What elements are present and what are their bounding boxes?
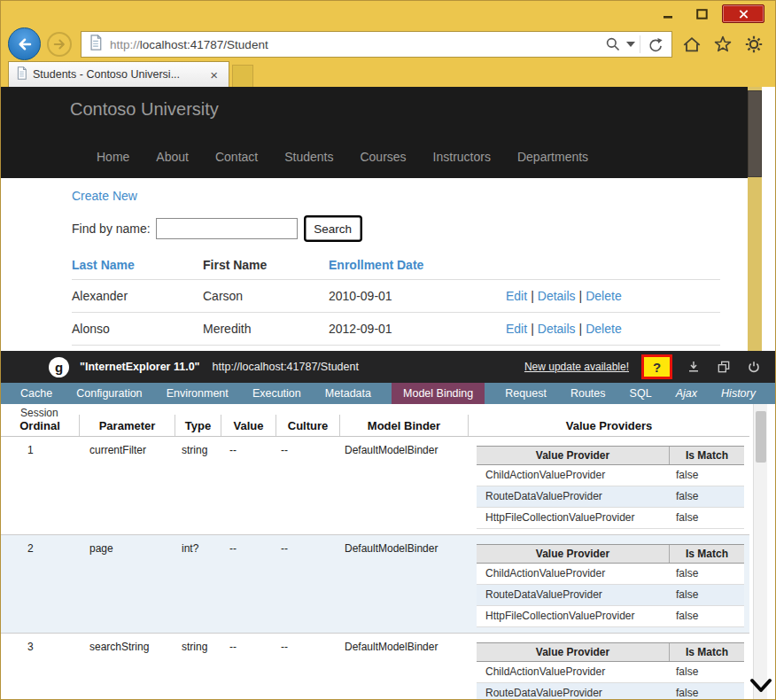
scroll-down-chevron-icon[interactable] xyxy=(749,676,773,696)
nav-contact[interactable]: Contact xyxy=(215,150,258,164)
window-titlebar xyxy=(1,1,775,27)
cell-culture: -- xyxy=(275,437,339,534)
maximize-button[interactable] xyxy=(688,4,715,23)
students-content: Create New Find by name: Search Last Nam… xyxy=(1,178,749,351)
power-icon[interactable] xyxy=(745,358,763,376)
search-icon[interactable] xyxy=(601,33,625,56)
address-bar-divider xyxy=(640,35,640,53)
popout-icon[interactable] xyxy=(715,358,733,376)
site-brand[interactable]: Contoso University xyxy=(70,99,219,120)
toolbar-icons xyxy=(680,33,764,55)
value-providers-table: Value Provider Is Match ChildActionValue… xyxy=(477,446,744,529)
dock-icon[interactable] xyxy=(685,358,702,376)
cell-value: -- xyxy=(221,535,275,633)
nav-instructors[interactable]: Instructors xyxy=(433,150,491,164)
glimpse-logo[interactable]: g xyxy=(49,357,69,377)
help-button-highlighted[interactable]: ? xyxy=(641,354,672,379)
cell-parameter: page xyxy=(79,535,175,633)
settings-gear-icon[interactable] xyxy=(742,33,764,55)
search-name-input[interactable] xyxy=(156,218,298,239)
vp-header-name: Value Provider xyxy=(477,447,669,464)
page-icon xyxy=(89,35,103,54)
create-new-link[interactable]: Create New xyxy=(72,189,137,203)
glimpse-tab-sql[interactable]: SQL xyxy=(626,383,656,404)
glimpse-tab-request[interactable]: Request xyxy=(501,383,550,404)
glimpse-scrollbar-thumb[interactable] xyxy=(756,411,766,463)
nav-departments[interactable]: Departments xyxy=(517,150,588,164)
value-provider-header: Value Provider Is Match xyxy=(477,544,744,564)
refresh-icon[interactable] xyxy=(643,33,666,56)
students-table: Last Name First Name Enrollment Date Ale… xyxy=(72,251,720,346)
cell-value: -- xyxy=(221,634,275,699)
cell-culture: -- xyxy=(275,535,339,633)
minimize-button[interactable] xyxy=(655,4,681,23)
page-scrollbar-thumb[interactable] xyxy=(748,90,762,177)
vp-name: RouteDataValueProvider xyxy=(477,585,669,605)
tab-title: Students - Contoso Universi... xyxy=(33,68,206,81)
tab-strip: Students - Contoso Universi... × xyxy=(1,61,775,87)
tab-close-icon[interactable]: × xyxy=(206,66,221,83)
edit-link[interactable]: Edit xyxy=(506,322,527,336)
home-icon[interactable] xyxy=(680,33,702,55)
value-provider-row: HttpFileCollectionValueProvider false xyxy=(477,508,744,529)
details-link[interactable]: Details xyxy=(538,289,576,303)
header-value: Value xyxy=(221,415,275,436)
nav-courses[interactable]: Courses xyxy=(360,150,406,164)
glimpse-tab-session[interactable]: Session xyxy=(20,407,58,419)
vp-is-match: false xyxy=(669,564,744,584)
vp-is-match: false xyxy=(669,662,744,682)
glimpse-tab-model-binding[interactable]: Model Binding xyxy=(392,383,485,404)
value-providers-table: Value Provider Is Match ChildActionValue… xyxy=(477,544,744,627)
favorites-star-icon[interactable] xyxy=(711,33,733,55)
nav-about[interactable]: About xyxy=(156,150,189,164)
vp-name: ChildActionValueProvider xyxy=(477,662,669,682)
sort-enrollment-date-link[interactable]: Enrollment Date xyxy=(329,258,423,272)
window-controls xyxy=(655,4,764,23)
vp-is-match: false xyxy=(669,683,744,699)
forward-button[interactable] xyxy=(47,32,72,57)
browser-window: http://localhost:41787/Student xyxy=(0,0,776,700)
glimpse-tab-ajax[interactable]: Ajax xyxy=(672,383,701,404)
glimpse-header-actions: New update available! ? xyxy=(524,354,763,379)
close-button[interactable] xyxy=(722,4,764,23)
site-header: Contoso University Home About Contact St… xyxy=(1,87,749,178)
glimpse-tab-environment[interactable]: Environment xyxy=(163,383,232,404)
glimpse-tab-metadata[interactable]: Metadata xyxy=(322,383,375,404)
sort-last-name-link[interactable]: Last Name xyxy=(72,258,135,272)
edit-link[interactable]: Edit xyxy=(506,289,527,303)
page-scrollbar[interactable] xyxy=(748,87,762,351)
address-bar[interactable]: http://localhost:41787/Student xyxy=(81,31,672,58)
model-binding-header-row: Ordinal Parameter Type Value Culture Mod… xyxy=(1,415,749,437)
cell-parameter: searchString xyxy=(79,634,175,699)
glimpse-panel: g "InternetExplorer 11.0" http://localho… xyxy=(1,351,775,699)
student-row: Alonso Meredith 2012-09-01 Edit|Details|… xyxy=(72,313,720,346)
cell-ordinal: 3 xyxy=(1,634,79,699)
student-last-name: Alonso xyxy=(72,313,203,346)
site-nav: Home About Contact Students Courses Inst… xyxy=(97,150,588,164)
glimpse-tab-execution[interactable]: Execution xyxy=(249,383,305,404)
delete-link[interactable]: Delete xyxy=(586,289,621,303)
update-available-link[interactable]: New update available! xyxy=(524,361,629,373)
glimpse-request-url: http://localhost:41787/Student xyxy=(213,361,359,373)
details-link[interactable]: Details xyxy=(538,322,576,336)
nav-students[interactable]: Students xyxy=(284,150,333,164)
glimpse-tab-cache[interactable]: Cache xyxy=(17,383,56,404)
vp-name: ChildActionValueProvider xyxy=(477,564,669,584)
cell-ordinal: 1 xyxy=(1,437,79,534)
glimpse-tab-history[interactable]: History xyxy=(718,383,759,404)
value-provider-header: Value Provider Is Match xyxy=(477,446,744,465)
value-provider-row: ChildActionValueProvider false xyxy=(477,564,744,585)
browser-tab[interactable]: Students - Contoso Universi... × xyxy=(8,61,229,87)
cell-ordinal: 2 xyxy=(1,535,79,633)
back-button[interactable] xyxy=(8,27,41,60)
delete-link[interactable]: Delete xyxy=(586,322,621,336)
glimpse-tab-routes[interactable]: Routes xyxy=(567,383,609,404)
address-dropdown-caret-icon[interactable] xyxy=(625,33,637,56)
url-text[interactable]: http://localhost:41787/Student xyxy=(110,38,601,51)
glimpse-tab-configuration[interactable]: Configuration xyxy=(73,383,145,404)
tab-favicon-icon xyxy=(16,66,27,83)
nav-home[interactable]: Home xyxy=(97,150,129,164)
new-tab-button[interactable] xyxy=(232,65,253,87)
glimpse-scrollbar[interactable] xyxy=(753,404,767,699)
search-button[interactable]: Search xyxy=(306,217,361,240)
